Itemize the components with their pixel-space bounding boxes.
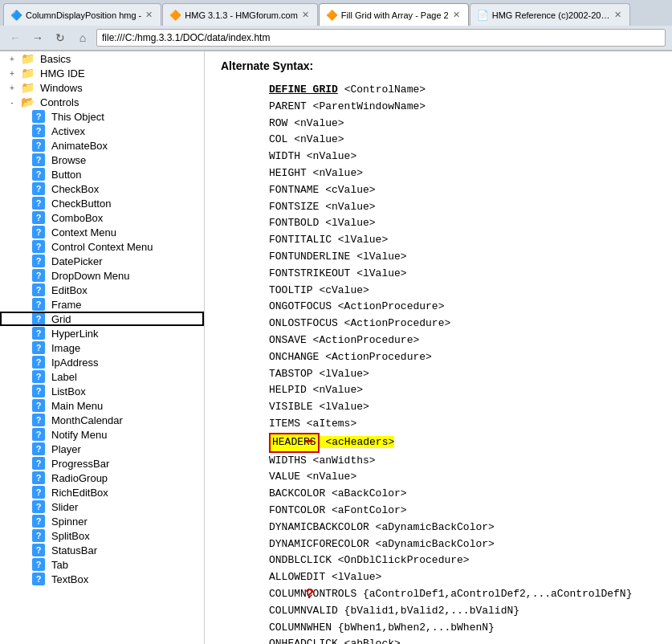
sidebar-item-windows[interactable]: +📁Windows [0,80,204,95]
label-statusbar: StatusBar [51,544,97,556]
icon-radiogroup: ? [32,471,45,484]
sidebar-item-hyperlink[interactable]: ?HyperLink [0,326,204,340]
code-line-24: BACKCOLOR <aBackColor> [269,486,656,503]
sidebar-item-player[interactable]: ?Player [0,442,204,456]
sidebar-item-contextmenu[interactable]: ?Context Menu [0,225,204,239]
define-grid-keyword: DEFINE GRID [269,84,338,96]
home-button[interactable]: ⌂ [74,29,92,47]
label-monthcalendar: MonthCalendar [51,414,123,426]
tab-4-icon: 📄 [477,10,488,21]
sidebar-item-datepicker[interactable]: ?DatePicker [0,254,204,268]
sidebar-item-animatebox[interactable]: ?AnimateBox [0,138,204,153]
code-line-9: FONTITALIC <lValue> [269,232,656,249]
code-line-20: ITEMS <aItems> [269,416,656,433]
label-editbox: EditBox [51,284,88,296]
code-line-26: DYNAMICBACKCOLOR <aDynamicBackColor> [269,520,656,536]
forward-button[interactable]: → [29,29,47,47]
label-windows: Windows [40,82,83,94]
sidebar-item-editbox[interactable]: ?EditBox [0,283,204,297]
tab-3-label: Fill Grid with Array - Page 2 [341,10,449,20]
label-listbox: ListBox [51,385,86,397]
sidebar-item-label[interactable]: ?Label [0,369,204,384]
sidebar-item-ipaddress[interactable]: ?IpAddress [0,355,204,369]
label-textbox: TextBox [51,573,88,585]
sidebar-item-notifymenu[interactable]: ?Notify Menu [0,427,204,442]
expander-controls[interactable]: - [6,98,18,107]
sidebar-item-listbox[interactable]: ?ListBox [0,384,204,398]
tab-2-close[interactable]: ✕ [302,10,309,20]
icon-dropdownmenu: ? [32,269,45,282]
icon-progressbar: ? [32,457,45,470]
sidebar-item-image[interactable]: ?Image [0,340,204,355]
icon-button: ? [32,168,45,181]
label-hyperlink: HyperLink [51,328,99,340]
address-bar: ← → ↻ ⌂ [0,26,672,51]
sidebar-item-splitbox[interactable]: ?SplitBox [0,528,204,543]
sidebar-item-checkbox[interactable]: ?CheckBox [0,181,204,196]
expander-windows[interactable]: + [6,84,18,92]
tab-1[interactable]: 🔷 ColumnDisplayPosition hmg - ✕ [3,3,161,26]
tab-3-close[interactable]: ✕ [453,10,460,20]
icon-label: ? [32,370,45,383]
sidebar-item-thisobject[interactable]: ?This Object [0,109,204,124]
tab-4[interactable]: 📄 HMG Reference (c)2002-201... ✕ [470,3,630,26]
code-line-15: ONSAVE <ActionProcedure> [269,332,656,349]
tab-3[interactable]: 🔶 Fill Grid with Array - Page 2 ✕ [319,3,469,26]
sidebar-item-controls[interactable]: -📂Controls [0,95,204,109]
sidebar-item-statusbar[interactable]: ?StatusBar [0,543,204,557]
icon-combobox: ? [32,211,45,224]
sidebar-item-monthcalendar[interactable]: ?MonthCalendar [0,413,204,427]
icon-monthcalendar: ? [32,414,45,426]
label-checkbox: CheckBox [51,183,99,195]
code-line-17: TABSTOP <lValue> [269,366,656,383]
sidebar-item-frame[interactable]: ?Frame [0,297,204,312]
sidebar-item-richeditbox[interactable]: ?RichEditBox [0,485,204,499]
sidebar-item-spinner[interactable]: ?Spinner [0,514,204,528]
tab-4-close[interactable]: ✕ [614,10,621,20]
code-line-19: VISIBLE <lValue> [269,399,656,416]
sidebar-item-tab[interactable]: ?Tab [0,557,204,572]
code-line-11: FONTSTRIKEOUT <lValue> [269,266,656,283]
reload-button[interactable]: ↻ [51,29,69,47]
tab-3-icon: 🔶 [326,10,337,21]
icon-controlcontextmenu: ? [32,240,45,253]
icon-hmgide: 📁 [21,67,34,79]
icon-listbox: ? [32,385,45,397]
sidebar-item-dropdownmenu[interactable]: ?DropDown Menu [0,268,204,283]
sidebar-item-combobox[interactable]: ?ComboBox [0,210,204,225]
label-datepicker: DatePicker [51,255,103,267]
content-area: Alternate Syntax: DEFINE GRID <ControlNa… [205,51,672,644]
code-line-29: ALLOWEDIT <lValue> [269,569,656,586]
label-label: Label [51,371,77,383]
code-line-33: ONHEADCLICK <abBlock> [269,636,656,644]
tab-1-close[interactable]: ✕ [145,10,153,20]
label-player: Player [51,443,81,455]
sidebar-item-progressbar[interactable]: ?ProgressBar [0,456,204,471]
address-input[interactable] [96,29,666,47]
sidebar-item-activex[interactable]: ?Activex [0,124,204,138]
tab-2[interactable]: 🔶 HMG 3.1.3 - HMGforum.com ✕ [162,3,318,26]
sidebar-item-basics[interactable]: +📁Basics [0,51,204,66]
icon-notifymenu: ? [32,428,45,441]
sidebar-tree: +📁Basics+📁HMG IDE+📁Windows-📂Controls?Thi… [0,51,204,586]
sidebar-item-slider[interactable]: ?Slider [0,499,204,514]
back-button[interactable]: ← [6,29,24,47]
label-splitbox: SplitBox [51,530,90,542]
sidebar-item-mainmenu[interactable]: ?Main Menu [0,398,204,413]
icon-image: ? [32,341,45,354]
expander-basics[interactable]: + [6,55,18,63]
expander-hmgide[interactable]: + [6,69,18,78]
sidebar-item-controlcontextmenu[interactable]: ?Control Context Menu [0,239,204,254]
sidebar-item-button[interactable]: ?Button [0,167,204,181]
sidebar-item-radiogroup[interactable]: ?RadioGroup [0,471,204,485]
icon-tab: ? [32,558,45,571]
label-image: Image [51,342,80,354]
sidebar-item-grid[interactable]: ?Grid [0,312,204,326]
sidebar-item-hmgide[interactable]: +📁HMG IDE [0,66,204,80]
sidebar-item-textbox[interactable]: ?TextBox [0,572,204,586]
sidebar-item-checkbutton[interactable]: ?CheckButton [0,196,204,210]
sidebar-item-browse[interactable]: ?Browse [0,153,204,167]
code-line-8: FONTBOLD <lValue> [269,215,656,232]
label-richeditbox: RichEditBox [51,487,108,499]
icon-checkbox: ? [32,182,45,195]
